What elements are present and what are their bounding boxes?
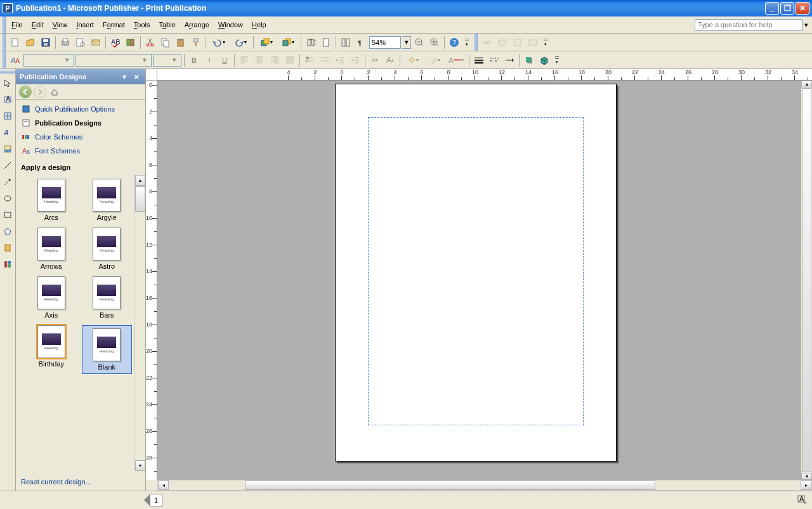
arrow-tool[interactable] xyxy=(1,175,15,189)
hscroll-thumb[interactable] xyxy=(245,480,655,490)
menu-format[interactable]: Format xyxy=(98,16,129,33)
vscroll-up[interactable]: ▴ xyxy=(801,81,812,87)
open-button[interactable] xyxy=(23,35,37,49)
decrease-indent-button[interactable] xyxy=(333,53,347,67)
save-button[interactable] xyxy=(39,35,53,49)
reset-design-link[interactable]: Reset current design... xyxy=(21,478,91,486)
help-dropdown[interactable]: ▾ xyxy=(802,21,810,29)
zoom-out-button[interactable] xyxy=(412,35,426,49)
menu-arrange[interactable]: Arrange xyxy=(180,16,214,33)
menu-tools[interactable]: Tools xyxy=(129,16,155,33)
maximize-button[interactable]: ❐ xyxy=(780,2,794,15)
design-item-axis[interactable]: HeadingAxis xyxy=(26,276,77,319)
menu-insert[interactable]: Insert xyxy=(72,16,98,33)
design-gallery-tool[interactable] xyxy=(1,257,15,271)
close-button[interactable]: ✕ xyxy=(796,2,809,15)
print-preview-button[interactable] xyxy=(74,35,88,49)
back-button[interactable] xyxy=(19,86,32,98)
wordart-tool[interactable]: A xyxy=(1,126,15,139)
color-schemes-link[interactable]: Color Schemes xyxy=(16,130,145,144)
taskpane-close-button[interactable]: ✕ xyxy=(131,72,141,82)
forward-button[interactable] xyxy=(34,86,46,98)
zoom-dropdown[interactable]: ▾ xyxy=(402,36,411,49)
zoom-in-button[interactable] xyxy=(428,35,442,49)
font-schemes-link[interactable]: Aa Font Schemes xyxy=(16,144,145,158)
autoshapes-tool[interactable] xyxy=(1,224,15,238)
design-item-arrows[interactable]: HeadingArrows xyxy=(26,228,77,270)
font-color-button[interactable]: A▾ xyxy=(446,53,466,67)
vscroll-down[interactable]: ▾ xyxy=(801,473,812,480)
overflow-icon[interactable]: A xyxy=(797,494,808,506)
textbox-tool[interactable]: A xyxy=(1,93,15,106)
align-right-button[interactable] xyxy=(268,53,282,67)
bring-forward-button[interactable]: ▾ xyxy=(256,35,277,49)
zoom-input[interactable]: 54% xyxy=(369,36,401,49)
design-item-argyle[interactable]: HeadingArgyle xyxy=(82,179,133,221)
menu-table[interactable]: Table xyxy=(154,16,180,33)
horizontal-scrollbar[interactable]: ◂ ▸ xyxy=(157,480,812,491)
research-button[interactable] xyxy=(124,35,138,49)
table-tool[interactable] xyxy=(1,109,15,123)
toolbar-options-2[interactable]: ▾ xyxy=(542,34,549,51)
format-painter-button[interactable] xyxy=(189,35,203,49)
design-item-bars[interactable]: HeadingBars xyxy=(82,276,133,319)
taskpane-menu-button[interactable]: ▼ xyxy=(119,72,129,82)
italic-button[interactable]: I xyxy=(202,53,216,67)
page[interactable] xyxy=(335,84,617,461)
line-tool[interactable] xyxy=(1,158,15,172)
align-center-button[interactable] xyxy=(252,53,266,67)
font-size-select[interactable]: ▾ xyxy=(153,54,181,67)
toolbar-options-3[interactable]: ▾ xyxy=(554,51,560,68)
decrease-font-button[interactable]: A▾ xyxy=(368,53,382,67)
scroll-up-button[interactable]: ▴ xyxy=(135,175,145,186)
increase-font-button[interactable]: A▴ xyxy=(383,53,397,67)
oval-tool[interactable] xyxy=(1,191,15,205)
line-style-button[interactable] xyxy=(472,53,486,67)
design-item-astro[interactable]: HeadingAstro xyxy=(82,228,133,270)
fill-color-button[interactable]: ▾ xyxy=(403,53,423,67)
scroll-thumb[interactable] xyxy=(135,186,145,212)
increase-indent-button[interactable] xyxy=(348,53,362,67)
scroll-down-button[interactable]: ▾ xyxy=(135,460,145,471)
font-select[interactable]: ▾ xyxy=(75,54,152,67)
undo-button[interactable]: ▾ xyxy=(209,35,229,49)
copy-button[interactable] xyxy=(159,35,173,49)
menu-view[interactable]: View xyxy=(48,16,72,33)
menu-file[interactable]: File xyxy=(7,16,27,33)
special-chars-button[interactable]: ¶ xyxy=(354,35,368,49)
help-search-input[interactable]: Type a question for help xyxy=(695,19,802,31)
3d-button[interactable] xyxy=(537,53,551,67)
style-select[interactable]: ▾ xyxy=(23,54,74,67)
menu-edit[interactable]: Edit xyxy=(27,16,48,33)
workspace[interactable] xyxy=(157,81,801,480)
page-nav-tab[interactable]: 1 xyxy=(150,494,162,506)
hscroll-left[interactable]: ◂ xyxy=(158,480,169,490)
line-color-button[interactable]: ▾ xyxy=(424,53,445,67)
toolbar-options[interactable]: ▾ xyxy=(464,34,470,51)
bold-button[interactable]: B xyxy=(187,53,201,67)
redo-button[interactable]: ▾ xyxy=(230,35,251,49)
numbering-button[interactable]: 12 xyxy=(303,53,317,67)
columns-button[interactable] xyxy=(339,35,353,49)
print-button[interactable] xyxy=(58,35,72,49)
home-button[interactable] xyxy=(48,86,61,98)
underline-button[interactable]: U xyxy=(218,53,232,67)
arrow-style-button[interactable] xyxy=(502,53,516,67)
shadow-button[interactable] xyxy=(522,53,536,67)
align-left-button[interactable] xyxy=(237,53,251,67)
send-backward-button[interactable]: ▾ xyxy=(278,35,298,49)
cut-button[interactable] xyxy=(143,35,157,49)
horizontal-ruler[interactable]: 420246810121416182022242628303234 xyxy=(157,69,812,81)
help-button[interactable]: ? xyxy=(447,35,461,49)
vertical-ruler[interactable]: 0246810121416182022242628 xyxy=(146,81,157,480)
bullets-button[interactable] xyxy=(318,53,332,67)
paste-button[interactable] xyxy=(174,35,188,49)
whole-page-button[interactable] xyxy=(319,35,333,49)
bookmark-tool[interactable] xyxy=(1,241,15,255)
dash-style-button[interactable] xyxy=(487,53,501,67)
design-scrollbar[interactable]: ▴ ▾ xyxy=(134,175,145,471)
hscroll-right[interactable]: ▸ xyxy=(801,480,811,490)
picture-frame-tool[interactable] xyxy=(1,142,15,156)
design-item-blank[interactable]: HeadingBlank xyxy=(82,325,133,374)
rectangle-tool[interactable] xyxy=(1,208,15,222)
